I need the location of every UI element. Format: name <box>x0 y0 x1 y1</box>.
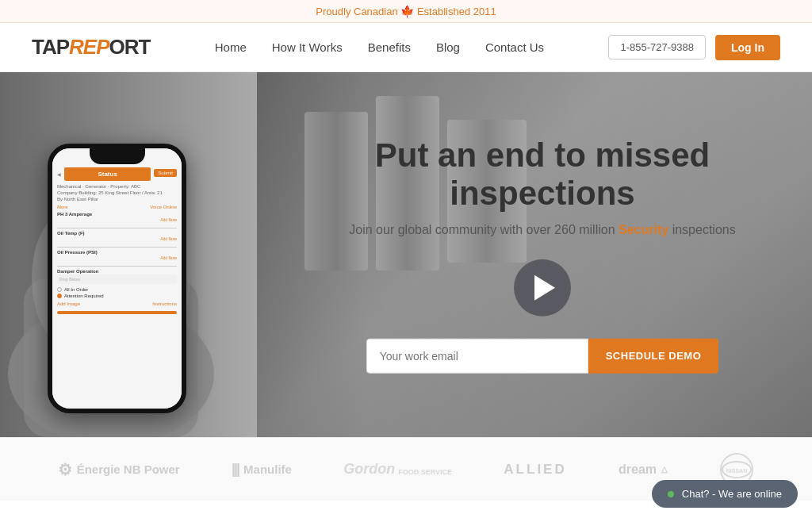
hero-content: Put an end to missed inspections Join ou… <box>320 136 764 374</box>
nav-item-blog[interactable]: Blog <box>436 40 460 55</box>
nav-item-benefits[interactable]: Benefits <box>368 40 411 55</box>
phone-field-label-3: Damper Operation <box>57 269 177 274</box>
logo-manulife: ||| Manulife <box>232 461 292 478</box>
logo-rep: REP <box>69 35 109 59</box>
dream-label: dream <box>619 463 657 477</box>
main-nav: Home How It Works Benefits Blog Contact … <box>215 40 544 55</box>
nav-item-contact[interactable]: Contact Us <box>485 40 544 55</box>
phone-checkbox-0 <box>57 287 62 292</box>
banner-text: Proudly Canadian 🍁 Established 2011 <box>316 6 496 17</box>
chat-online-dot <box>668 491 674 497</box>
dream-icon: △ <box>661 465 668 474</box>
phone-field-label-2: Oil Pressure (PSI) <box>57 250 177 255</box>
logo-ort: ORT <box>109 35 151 59</box>
play-button[interactable] <box>514 259 571 316</box>
energie-icon: ⚙ <box>58 460 72 479</box>
phone-status-bar: Status <box>64 167 151 181</box>
phone-field-label-1: Oil Temp (F) <box>57 231 177 236</box>
email-input[interactable] <box>366 338 588 373</box>
logo-tap: TAP <box>32 35 69 59</box>
logo[interactable]: TAPREPORT <box>32 35 150 59</box>
play-icon <box>534 274 555 300</box>
phone-field-label-0: PH 3 Amperage <box>57 212 177 217</box>
banner-text-before: Proudly Canadian <box>316 6 397 17</box>
hero-section: ◀ Status Submit Mechanical · Generator ·… <box>0 72 812 437</box>
top-banner: Proudly Canadian 🍁 Established 2011 <box>0 0 812 23</box>
hero-highlight: Security <box>619 222 668 236</box>
phone-screen: ◀ Status Submit Mechanical · Generator ·… <box>52 148 182 409</box>
logo-allied: ALLIED <box>504 462 566 478</box>
gordon-sub: FOOD SERVICE <box>398 468 452 476</box>
allied-label: ALLIED <box>504 462 566 478</box>
header-actions: 1-855-727-9388 Log In <box>608 35 780 60</box>
phone-area: ◀ Status Submit Mechanical · Generator ·… <box>0 104 254 437</box>
header: TAPREPORT Home How It Works Benefits Blo… <box>0 23 812 72</box>
gordon-label: Gordon <box>343 461 395 478</box>
hero-subtitle: Join our global community with over 260 … <box>320 222 764 236</box>
svg-text:NISSAN: NISSAN <box>726 468 747 474</box>
phone-mockup: ◀ Status Submit Mechanical · Generator ·… <box>48 144 186 413</box>
maple-icon: 🍁 <box>400 5 414 17</box>
logo-dream: dream △ <box>619 463 668 477</box>
phone-option-1: Attention Required <box>57 294 177 298</box>
energie-label: Énergie NB Power <box>77 463 180 476</box>
login-button[interactable]: Log In <box>715 35 780 60</box>
phone-submit-btn: Submit <box>154 169 177 177</box>
email-form: SCHEDULE DEMO <box>320 338 764 373</box>
phone-checkbox-1 <box>57 294 62 298</box>
manulife-icon: ||| <box>232 461 239 478</box>
schedule-button[interactable]: SCHEDULE DEMO <box>588 338 719 373</box>
logo-energie: ⚙ Énergie NB Power <box>58 460 180 479</box>
chat-bubble[interactable]: Chat? - We are online <box>652 480 798 508</box>
phone-notch <box>90 148 145 164</box>
chat-label: Chat? - We are online <box>682 488 782 500</box>
phone-option-0: All In Order <box>57 287 177 292</box>
banner-text-after: Established 2011 <box>417 6 496 17</box>
hero-title: Put an end to missed inspections <box>320 136 764 213</box>
manulife-label: Manulife <box>243 463 292 476</box>
logo-gordon: Gordon FOOD SERVICE <box>343 461 452 478</box>
nav-item-how[interactable]: How It Works <box>272 40 343 55</box>
phone-button[interactable]: 1-855-727-9388 <box>608 35 706 59</box>
nav-item-home[interactable]: Home <box>215 40 247 55</box>
